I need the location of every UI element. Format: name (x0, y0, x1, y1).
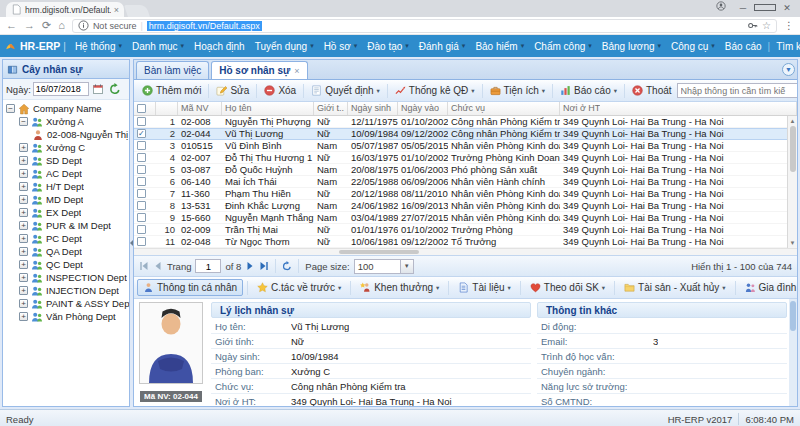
bao-cao-button[interactable]: Báo cáo▾ (555, 83, 622, 98)
menu-item-danh-gia[interactable]: Đánh giá▾ (414, 41, 471, 52)
tree-node-2[interactable]: −Xưởng A (3, 115, 129, 128)
row-checkbox[interactable] (137, 177, 146, 186)
row-checkbox[interactable] (137, 117, 146, 126)
browser-menu-icon[interactable]: ⋮ (784, 20, 794, 31)
table-row[interactable]: 711-360Phạm Thu HiềnNữ20/12/198808/11/20… (134, 188, 787, 200)
sua-button[interactable]: Sửa (211, 83, 254, 98)
menu-item-ho-so[interactable]: Hồ sơ▾ (319, 41, 363, 52)
expand-icon[interactable]: + (19, 208, 28, 217)
column-header-2[interactable] (156, 102, 178, 115)
tree-node-13[interactable]: +QC Dept (3, 258, 129, 271)
home-icon[interactable]: ⌂ (58, 20, 65, 31)
khen-thuong-button[interactable]: Khen thưởng▾ (355, 280, 444, 295)
tree-node-4[interactable]: +Xưởng C (3, 141, 129, 154)
tree-node-11[interactable]: +PC Dept (3, 232, 129, 245)
row-checkbox[interactable] (137, 237, 146, 246)
thong-tin-ca-nhan-button[interactable]: Thông tin cá nhân (137, 279, 243, 296)
tab-close-icon[interactable]: × (114, 5, 119, 15)
row-checkbox[interactable] (137, 153, 146, 162)
tree-node-9[interactable]: +EX Dept (3, 206, 129, 219)
table-row[interactable]: 102-008Nguyễn Thị PhượngNữ12/11/197501/1… (134, 116, 787, 128)
menu-item-danh-muc[interactable]: Danh mục▾ (127, 41, 189, 52)
menu-item-he-thong[interactable]: Hệ thống▾ (70, 41, 127, 52)
menu-item-bao-hiem[interactable]: Bảo hiểm▾ (470, 41, 529, 52)
menu-item-cong-cu[interactable]: Công cụ▾ (666, 41, 720, 52)
minimize-button[interactable]: ─ (732, 0, 754, 16)
refresh-icon[interactable] (108, 82, 123, 97)
tab-ban-lam-viec[interactable]: Bàn làm việc (136, 61, 209, 79)
url-text[interactable]: hrm.digisoft.vn/Default.aspx (147, 21, 262, 31)
expand-icon[interactable]: + (19, 312, 28, 321)
collapse-icon[interactable]: − (19, 117, 28, 126)
table-row[interactable]: 402-007Đỗ Thị Thu Hương 1Nữ16/03/197501/… (134, 152, 787, 164)
date-input[interactable] (33, 82, 89, 96)
menu-item-bang-luong[interactable]: Bảng lương▾ (597, 41, 666, 52)
scroll-down-icon[interactable]: ▼ (790, 239, 796, 247)
close-button[interactable]: ✕ (776, 0, 798, 16)
menu-item-cham-cong[interactable]: Chấm công▾ (529, 41, 597, 52)
expand-icon[interactable]: + (19, 234, 28, 243)
tree-node-17[interactable]: +Văn Phòng Dept (3, 310, 129, 323)
menu-item-hoach-dinh[interactable]: Hoạch định (189, 41, 250, 52)
horizontal-scrollbar[interactable] (134, 248, 797, 255)
detail-scrollbar[interactable] (789, 299, 797, 406)
scroll-up-icon[interactable]: ▲ (790, 117, 796, 125)
tree-node-16[interactable]: +PAINT & ASSY Dept (3, 297, 129, 310)
table-row[interactable]: 1002-009Trần Thị MaiNữ01/01/197601/10/20… (134, 224, 787, 236)
table-row[interactable]: 503-087Đỗ Quốc HuỳnhNam20/08/197501/06/2… (134, 164, 787, 176)
vertical-scrollbar[interactable]: ▲ ▼ (787, 116, 797, 248)
thong-ke-qd-button[interactable]: Thống kê QĐ▾ (390, 83, 480, 98)
tree-node-14[interactable]: +INSPECTION Dept (3, 271, 129, 284)
browser-tab[interactable]: hrm.digisoft.vn/Default.a × (6, 2, 124, 17)
tai-lieu-button[interactable]: Tài liệu▾ (453, 280, 516, 295)
thoat-button[interactable]: Thoát (627, 83, 677, 98)
column-header-1[interactable] (134, 102, 156, 115)
table-row[interactable]: 1102-048Từ Ngọc ThơmNữ10/06/198109/12/20… (134, 236, 787, 248)
collapse-icon[interactable]: − (6, 104, 15, 113)
quyet-dinh-button[interactable]: Quyết định▾ (306, 83, 385, 98)
new-tab-button[interactable] (124, 5, 150, 17)
menu-item-dao-tao[interactable]: Đào tạo▾ (362, 41, 414, 52)
key-icon[interactable] (747, 20, 758, 31)
row-checkbox[interactable] (137, 141, 146, 150)
tree-node-12[interactable]: +QA Dept (3, 245, 129, 258)
detail-scroll-thumb[interactable] (790, 301, 796, 331)
search-input[interactable] (677, 83, 798, 98)
tree-node-3[interactable]: 02-008-Nguyễn Thị Phượng (3, 128, 129, 141)
prev-page-icon[interactable] (153, 261, 163, 271)
row-checkbox[interactable] (137, 225, 146, 234)
tree-node-10[interactable]: +PUR & IM Dept (3, 219, 129, 232)
back-icon[interactable]: ← (6, 20, 17, 31)
table-row[interactable]: 3010515Vũ Đình BìnhNam05/07/198705/05/20… (134, 140, 787, 152)
tien-ich-button[interactable]: Tiện ích▾ (485, 83, 550, 98)
tree-node-1[interactable]: −Company Name (3, 102, 129, 115)
expand-icon[interactable]: + (19, 273, 28, 282)
row-checkbox[interactable] (137, 213, 146, 222)
close-icon[interactable]: × (294, 66, 299, 76)
expand-icon[interactable]: + (19, 260, 28, 269)
info-icon[interactable] (78, 20, 89, 31)
menu-item-tuyen-dung[interactable]: Tuyển dụng▾ (250, 41, 319, 52)
calendar-icon[interactable] (91, 82, 106, 97)
page-size-select[interactable]: 100 ▼ (354, 259, 414, 274)
them-moi-button[interactable]: Thêm mới (137, 83, 206, 98)
forward-icon[interactable]: → (24, 20, 35, 31)
splitter[interactable] (130, 59, 133, 407)
tabbar-menu-icon[interactable]: ▼ (782, 63, 795, 76)
gia-dinh-button[interactable]: Gia đình▾ (740, 280, 798, 295)
first-page-icon[interactable] (139, 261, 149, 271)
row-checkbox[interactable] (137, 201, 146, 210)
column-header-3[interactable]: Mã NV (178, 102, 222, 115)
row-checkbox[interactable] (137, 165, 146, 174)
expand-icon[interactable]: + (19, 156, 28, 165)
refresh-grid-icon[interactable] (282, 261, 292, 271)
expand-icon[interactable]: + (19, 299, 28, 308)
xoa-button[interactable]: Xóa (259, 83, 301, 98)
hscroll-thumb[interactable] (339, 250, 419, 254)
chevron-down-icon[interactable]: ▼ (400, 260, 413, 273)
expand-icon[interactable]: + (19, 247, 28, 256)
tab-ho-so-nhan-su[interactable]: Hồ sơ nhân sự× (211, 61, 307, 79)
page-input[interactable] (195, 259, 221, 273)
maximize-button[interactable] (754, 0, 776, 16)
expand-icon[interactable]: + (19, 286, 28, 295)
